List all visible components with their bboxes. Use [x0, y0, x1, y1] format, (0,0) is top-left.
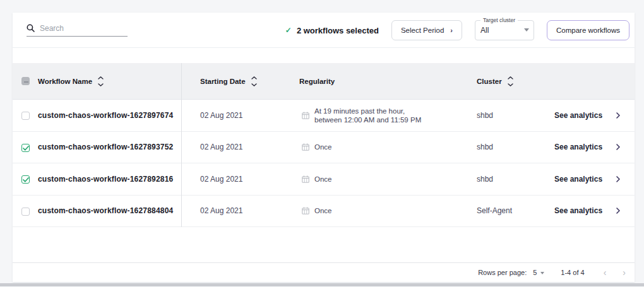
selected-workflows-status: ✓ 2 workflows selected: [285, 26, 379, 35]
rows-per-page: Rows per page: 5: [478, 269, 544, 276]
cluster-value: Self-Agent: [477, 196, 512, 227]
row-checkbox[interactable]: [21, 175, 30, 184]
select-period-button[interactable]: Select Period ›: [391, 20, 462, 40]
toolbar-actions: ✓ 2 workflows selected Select Period › T…: [285, 13, 629, 48]
table-row: custom-chaos-workflow-1627897674 02 Aug …: [13, 100, 635, 132]
regularity-cell: At 19 minutes past the hour, between 12:…: [302, 100, 421, 131]
check-icon: ✓: [285, 26, 292, 35]
calendar-icon: [302, 207, 309, 214]
pagination-arrows: ‹ ›: [604, 268, 626, 277]
row-checkbox[interactable]: [21, 112, 30, 120]
cluster-value: shbd: [477, 132, 493, 163]
regularity-line2: between 12:00 AM and 11:59 PM: [314, 115, 421, 124]
column-divider: [181, 63, 182, 227]
chevron-right-icon: ›: [450, 26, 453, 34]
column-header-regularity: Regularity: [299, 63, 335, 100]
column-header-cluster: Cluster: [477, 63, 513, 100]
rows-per-page-label: Rows per page:: [478, 269, 527, 276]
sort-starting-date[interactable]: [251, 76, 257, 86]
compare-workflows-button[interactable]: Compare workflows: [547, 20, 629, 40]
regularity-line1: At 19 minutes past the hour,: [314, 107, 421, 115]
cluster-value: shbd: [477, 163, 493, 195]
horizontal-scrollbar[interactable]: [0, 283, 644, 286]
chevron-right-icon: [616, 208, 620, 214]
calendar-icon: [302, 112, 309, 119]
dropdown-caret-icon: [524, 28, 529, 32]
table-footer: Rows per page: 5 1-4 of 4 ‹ ›: [13, 262, 635, 282]
next-page-button[interactable]: ›: [623, 268, 626, 277]
calendar-icon: [302, 143, 309, 151]
workflow-name: custom-chaos-workflow-1627893752: [38, 132, 173, 163]
sort-cluster[interactable]: [508, 76, 513, 86]
previous-page-button[interactable]: ‹: [604, 268, 607, 277]
column-header-starting-date: Starting Date: [200, 63, 257, 100]
table-row: custom-chaos-workflow-1627893752 02 Aug …: [13, 132, 635, 164]
toolbar: ✓ 2 workflows selected Select Period › T…: [13, 13, 635, 48]
regularity-cell: Once: [302, 163, 332, 195]
chevron-down-icon: [508, 83, 513, 86]
chevron-right-icon: [616, 112, 620, 119]
chevron-right-icon: [616, 176, 620, 182]
search-input[interactable]: [40, 24, 116, 33]
column-header-workflow-name: Workflow Name: [38, 63, 104, 100]
chevron-up-icon: [251, 76, 257, 79]
chevron-up-icon: [508, 76, 513, 79]
target-cluster-value: All: [480, 26, 489, 35]
cluster-value: shbd: [477, 100, 493, 131]
see-analytics-link[interactable]: See analytics: [554, 100, 620, 131]
table-header: Workflow Name Starting Date Regularity C…: [13, 63, 635, 100]
target-cluster-label: Target cluster: [480, 17, 518, 23]
regularity-line1: Once: [314, 206, 332, 215]
sort-workflow-name[interactable]: [98, 76, 104, 86]
chevron-right-icon: [616, 144, 620, 150]
chevron-down-icon: [251, 83, 257, 86]
dropdown-caret-icon: [540, 272, 544, 274]
regularity-cell: Once: [302, 196, 332, 227]
regularity-cell: Once: [302, 132, 332, 163]
rows-per-page-select[interactable]: 5: [533, 269, 544, 276]
starting-date: 02 Aug 2021: [200, 132, 242, 163]
workflow-name: custom-chaos-workflow-1627892816: [38, 163, 173, 195]
regularity-line1: Once: [314, 143, 332, 151]
row-checkbox[interactable]: [21, 144, 30, 152]
starting-date: 02 Aug 2021: [200, 163, 242, 195]
chevron-up-icon: [98, 76, 104, 79]
workflow-comparison-panel: ✓ 2 workflows selected Select Period › T…: [13, 13, 635, 282]
table-row: custom-chaos-workflow-1627884804 02 Aug …: [13, 196, 635, 228]
select-all-checkbox[interactable]: [21, 77, 30, 85]
regularity-line1: Once: [314, 175, 332, 184]
calendar-icon: [302, 175, 309, 183]
search-icon: [27, 24, 35, 32]
starting-date: 02 Aug 2021: [200, 196, 242, 227]
see-analytics-link[interactable]: See analytics: [554, 196, 620, 227]
workflow-name: custom-chaos-workflow-1627884804: [38, 196, 173, 227]
selected-workflows-text: 2 workflows selected: [297, 26, 379, 35]
search-field[interactable]: [27, 24, 128, 37]
see-analytics-link[interactable]: See analytics: [554, 163, 620, 195]
see-analytics-link[interactable]: See analytics: [554, 132, 620, 163]
target-cluster-select[interactable]: Target cluster All: [475, 20, 534, 40]
row-checkbox[interactable]: [21, 208, 30, 216]
table-body: custom-chaos-workflow-1627897674 02 Aug …: [13, 100, 635, 227]
starting-date: 02 Aug 2021: [200, 100, 242, 131]
workflow-name: custom-chaos-workflow-1627897674: [38, 100, 173, 131]
pagination-range: 1-4 of 4: [561, 269, 584, 276]
table-row: custom-chaos-workflow-1627892816 02 Aug …: [13, 163, 635, 196]
chevron-down-icon: [98, 83, 104, 86]
